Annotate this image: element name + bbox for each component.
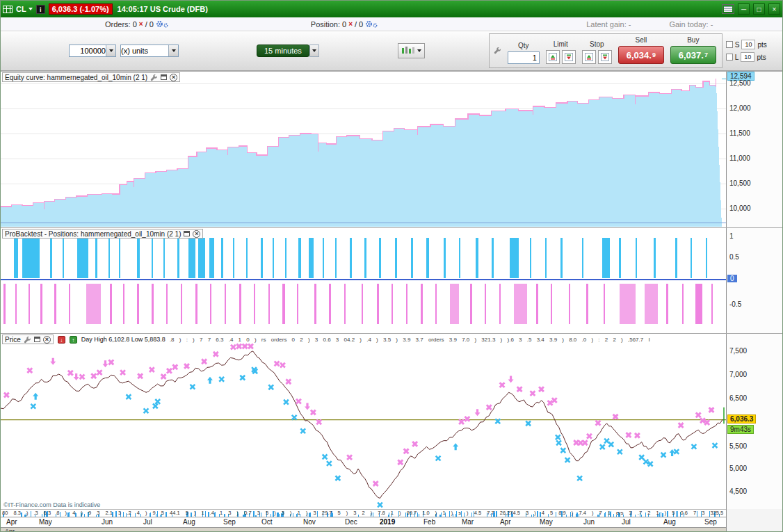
minimize-button[interactable]: ─	[738, 3, 750, 15]
signal-x-marker	[153, 403, 158, 408]
quick-sell-icon[interactable]: ↓	[58, 336, 65, 344]
buy-price-fraction: 7	[704, 51, 708, 58]
equity-price-axis[interactable]: 12,594 12,50012,00011,50011,00010,50010,…	[726, 72, 782, 227]
price-value-axis[interactable]: 6,036.3 9m43s 7,5007,0006,5005,5005,0004…	[726, 334, 782, 509]
quick-buy-icon[interactable]: ↑	[70, 336, 77, 344]
signal-x-marker	[608, 442, 613, 447]
price-chart[interactable]	[1, 334, 727, 509]
short-position-bar	[569, 284, 570, 324]
order-qty-input[interactable]	[508, 51, 540, 64]
short-position-bar	[297, 284, 298, 324]
time-axis[interactable]: AprMayJunJulAugSepOctNovDec2019FebMarApr…	[1, 517, 726, 527]
position-settings-gear-icon[interactable]	[365, 20, 378, 28]
equity-close-panel-icon[interactable]: ×	[170, 74, 177, 81]
short-position-bar	[421, 284, 423, 324]
close-button[interactable]: ×	[768, 3, 780, 15]
short-position-bar	[604, 284, 605, 324]
bar-countdown-badge: 9m43s	[727, 425, 754, 434]
time-axis-label: May	[39, 518, 52, 526]
stop-sell-button[interactable]	[582, 50, 596, 64]
keyboard-icon[interactable]	[722, 4, 734, 14]
short-position-bar	[406, 284, 407, 324]
stop-distance-input[interactable]: 10	[741, 40, 755, 49]
signal-x-marker	[275, 361, 280, 366]
stop-attach-checkbox[interactable]	[726, 41, 733, 48]
orders-settings-gear-icon[interactable]	[156, 20, 168, 28]
instrument-grid-icon[interactable]	[3, 6, 13, 13]
signal-x-marker	[144, 408, 149, 413]
position-open-count: 0	[342, 20, 346, 29]
limit-attach-checkbox[interactable]	[726, 54, 733, 61]
long-position-bar	[602, 238, 609, 278]
stop-column: Stop	[582, 40, 612, 64]
equity-curve-chart[interactable]	[1, 72, 727, 227]
axis-tick-label: 1	[729, 232, 734, 240]
positions-maximize-panel-icon[interactable]	[184, 231, 190, 236]
signal-x-marker	[108, 360, 113, 365]
price-maximize-panel-icon[interactable]	[34, 337, 40, 342]
signal-x-marker	[219, 377, 224, 382]
position-label: Position:	[311, 20, 340, 29]
order-settings-wrench-icon[interactable]	[494, 47, 501, 54]
limit-sell-button[interactable]	[546, 50, 560, 64]
short-position-bar	[392, 284, 393, 324]
positions-close-panel-icon[interactable]: ×	[193, 230, 200, 238]
positions-chart[interactable]	[1, 228, 727, 333]
equity-properties-wrench-icon[interactable]	[150, 74, 158, 81]
short-position-bar	[470, 284, 472, 324]
units-input[interactable]	[121, 47, 168, 55]
time-axis-label: Dec	[345, 518, 357, 526]
signal-x-marker	[68, 371, 73, 376]
session-title: 14:05:17 US Crude (DFB)	[118, 5, 208, 13]
units-combo[interactable]	[120, 45, 179, 57]
chart-type-button[interactable]	[398, 43, 425, 58]
timeframe-dropdown-button[interactable]	[309, 45, 319, 57]
limit-label: Limit	[554, 40, 568, 48]
cancel-orders-icon[interactable]: ×	[139, 20, 143, 28]
time-axis-label: Apr	[6, 518, 17, 526]
short-position-bar	[536, 284, 538, 324]
price-properties-wrench-icon[interactable]	[24, 336, 31, 344]
short-position-bar	[314, 284, 316, 324]
signal-x-marker	[679, 423, 684, 428]
stop-buy-button[interactable]	[598, 50, 612, 64]
short-position-bar	[551, 284, 552, 324]
signal-x-marker	[296, 399, 301, 404]
price-close-panel-icon[interactable]: ×	[43, 336, 51, 344]
short-position-bar	[695, 284, 702, 324]
quantity-input[interactable]	[70, 47, 106, 55]
positions-value-axis[interactable]: 10.50-0.5	[726, 228, 782, 333]
timeframe-combo[interactable]: 15 minutes	[257, 45, 319, 57]
long-position-bar	[706, 238, 707, 278]
limit-column: Limit	[546, 40, 576, 64]
long-position-bar	[492, 238, 493, 278]
long-position-bar	[14, 238, 18, 278]
long-position-bar	[530, 238, 531, 278]
time-axis-label: Feb	[423, 518, 435, 526]
long-position-bar	[426, 238, 428, 278]
limit-distance-input[interactable]: 10	[741, 52, 754, 62]
sell-button[interactable]: 6,034.9	[618, 46, 664, 64]
limit-buy-button[interactable]	[562, 50, 576, 64]
axis-tick-label: 5,000	[729, 465, 747, 472]
info-icon[interactable]: i	[36, 5, 45, 14]
signal-x-marker	[268, 385, 273, 389]
signal-x-marker	[231, 345, 236, 350]
long-position-bar	[411, 238, 412, 278]
equity-panel-header: Equity curve: hammernegated_oil_10min (2…	[2, 72, 180, 82]
equity-maximize-panel-icon[interactable]	[161, 74, 167, 80]
buy-button[interactable]: 6,037.7	[670, 46, 716, 64]
signal-x-marker	[138, 373, 143, 378]
close-position-icon[interactable]: ×	[348, 20, 353, 28]
units-dropdown-button[interactable]	[168, 45, 178, 56]
long-position-bar	[221, 238, 223, 278]
timeframe-value: 15 minutes	[257, 45, 309, 57]
quantity-dropdown-button[interactable]	[106, 45, 115, 56]
position-separator: /	[355, 20, 357, 29]
axis-corner	[726, 509, 782, 532]
time-axis-label: Jul	[143, 518, 152, 526]
maximize-button[interactable]: □	[753, 3, 765, 15]
instrument-selector[interactable]: CL	[16, 5, 33, 13]
signal-arrow-marker	[207, 377, 213, 384]
quantity-combo[interactable]	[69, 45, 116, 57]
